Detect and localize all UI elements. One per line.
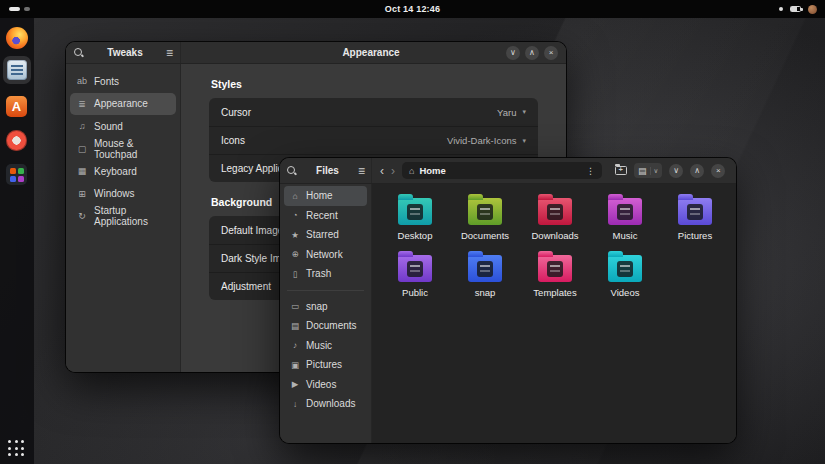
menu-icon[interactable]: ≡ bbox=[166, 47, 173, 59]
sidebar-item-label: Trash bbox=[306, 268, 331, 279]
folder-icon bbox=[468, 198, 502, 225]
sidebar-item-keyboard[interactable]: ▦ Keyboard bbox=[70, 160, 176, 183]
folder-item-snap[interactable]: snap bbox=[450, 249, 520, 298]
sound-icon: ♫ bbox=[76, 121, 88, 131]
sidebar-item-recent[interactable]: ◔ Recent bbox=[284, 206, 367, 226]
cursor-combo[interactable]: Yaru ▾ bbox=[497, 107, 526, 118]
appearance-icon: ≣ bbox=[76, 99, 88, 109]
new-folder-button[interactable] bbox=[615, 166, 627, 175]
sidebar-item-snap[interactable]: ▭ snap bbox=[284, 297, 367, 317]
folder-emblem bbox=[477, 261, 493, 277]
folder-label: Documents bbox=[461, 230, 509, 241]
folder-item-music[interactable]: Music bbox=[590, 192, 660, 241]
videos-icon: ▶ bbox=[290, 379, 300, 389]
system-status-area[interactable] bbox=[779, 0, 817, 18]
icons-row[interactable]: Icons Vivid-Dark-Icons ▾ bbox=[209, 126, 538, 154]
sidebar-item-home[interactable]: ⌂ Home bbox=[284, 186, 367, 206]
sidebar-item-sound[interactable]: ♫ Sound bbox=[70, 115, 176, 138]
folder-label: Pictures bbox=[678, 230, 712, 241]
sidebar-item-fonts[interactable]: ab Fonts bbox=[70, 70, 176, 93]
folder-item-templates[interactable]: Templates bbox=[520, 249, 590, 298]
folder-item-public[interactable]: Public bbox=[380, 249, 450, 298]
folder-item-desktop[interactable]: Desktop bbox=[380, 192, 450, 241]
tweaks-sidebar: ab Fonts ≣ Appearance ♫ Sound ▢ Mouse & … bbox=[66, 64, 181, 372]
music-icon: ♪ bbox=[290, 340, 300, 350]
folder-item-documents[interactable]: Documents bbox=[450, 192, 520, 241]
folder-label: Public bbox=[402, 287, 428, 298]
path-menu-icon[interactable]: ⋮ bbox=[586, 166, 595, 176]
minimize-button[interactable]: ∨ bbox=[669, 164, 683, 178]
trash-icon: ▯ bbox=[290, 269, 300, 279]
path-bar[interactable]: ⌂ Home ⋮ bbox=[402, 162, 602, 179]
software-mosaic-icon bbox=[6, 164, 27, 185]
sidebar-item-label: Starred bbox=[306, 229, 339, 240]
sidebar-item-downloads[interactable]: ↓ Downloads bbox=[284, 394, 367, 414]
sidebar-item-music[interactable]: ♪ Music bbox=[284, 336, 367, 356]
folder-icon bbox=[678, 198, 712, 225]
sidebar-item-label: Mouse & Touchpad bbox=[94, 138, 170, 160]
sidebar-item-label: Music bbox=[306, 340, 332, 351]
sidebar-item-label: Keyboard bbox=[94, 166, 137, 177]
sidebar-item-startup-applications[interactable]: ↻ Startup Applications bbox=[70, 205, 176, 228]
folder-item-videos[interactable]: Videos bbox=[590, 249, 660, 298]
folder-label: Downloads bbox=[532, 230, 579, 241]
back-button[interactable]: ‹ bbox=[380, 165, 384, 177]
maximize-button[interactable]: ∧ bbox=[690, 164, 704, 178]
dock-item-a-app[interactable]: A bbox=[6, 96, 28, 118]
sidebar-item-label: Windows bbox=[94, 188, 135, 199]
view-options-dropdown-icon[interactable]: ∨ bbox=[650, 167, 659, 175]
star-icon: ★ bbox=[290, 230, 300, 240]
cursor-row[interactable]: Cursor Yaru ▾ bbox=[209, 98, 538, 126]
close-button[interactable]: × bbox=[711, 164, 725, 178]
sidebar-item-label: Appearance bbox=[94, 98, 148, 109]
dock-item-help[interactable] bbox=[6, 130, 28, 152]
close-button[interactable]: × bbox=[544, 46, 558, 60]
dock-item-firefox[interactable] bbox=[6, 27, 28, 49]
clock[interactable]: Oct 14 12:46 bbox=[385, 0, 440, 18]
sidebar-item-pictures[interactable]: ▣ Pictures bbox=[284, 355, 367, 375]
folder-icon bbox=[538, 255, 572, 282]
folder-item-downloads[interactable]: Downloads bbox=[520, 192, 590, 241]
tweaks-main-header: Appearance ∨ ∧ × bbox=[181, 42, 566, 63]
files-title: Files bbox=[301, 165, 354, 176]
sidebar-item-trash[interactable]: ▯ Trash bbox=[284, 264, 367, 284]
icons-combo[interactable]: Vivid-Dark-Icons ▾ bbox=[447, 135, 526, 146]
sidebar-item-appearance[interactable]: ≣ Appearance bbox=[70, 93, 176, 116]
search-icon[interactable] bbox=[73, 47, 84, 58]
mouse-icon: ▢ bbox=[76, 144, 88, 154]
minimize-button[interactable]: ∨ bbox=[506, 46, 520, 60]
folder-item-pictures[interactable]: Pictures bbox=[660, 192, 730, 241]
menu-icon[interactable]: ≡ bbox=[358, 165, 365, 177]
maximize-button[interactable]: ∧ bbox=[525, 46, 539, 60]
sidebar-item-label: snap bbox=[306, 301, 328, 312]
a-app-icon: A bbox=[6, 96, 27, 117]
dock-item-software[interactable] bbox=[6, 164, 28, 186]
text-editor-icon bbox=[7, 60, 27, 80]
show-apps-button[interactable] bbox=[8, 440, 24, 456]
tweaks-headerbar: Tweaks ≡ Appearance ∨ ∧ × bbox=[66, 42, 566, 64]
folder-emblem bbox=[617, 261, 633, 277]
view-toggle-button[interactable]: ▤ ∨ bbox=[634, 163, 662, 178]
sidebar-item-starred[interactable]: ★ Starred bbox=[284, 225, 367, 245]
battery-icon bbox=[790, 6, 801, 12]
files-sidebar: ⌂ Home ◔ Recent ★ Starred ⊕ Network ▯ Tr… bbox=[280, 184, 372, 443]
sidebar-item-videos[interactable]: ▶ Videos bbox=[284, 375, 367, 395]
folder-icon bbox=[538, 198, 572, 225]
row-label: Cursor bbox=[221, 107, 251, 118]
folder-icon bbox=[398, 255, 432, 282]
firefox-icon bbox=[6, 27, 28, 49]
search-icon[interactable] bbox=[286, 165, 297, 176]
sidebar-item-windows[interactable]: ⊞ Windows bbox=[70, 183, 176, 206]
sidebar-item-documents[interactable]: ▤ Documents bbox=[284, 316, 367, 336]
chevron-down-icon: ▾ bbox=[522, 108, 526, 116]
sidebar-item-network[interactable]: ⊕ Network bbox=[284, 245, 367, 265]
folder-emblem bbox=[547, 261, 563, 277]
dock-item-text-editor[interactable] bbox=[6, 59, 28, 81]
row-label: Default Image bbox=[221, 225, 283, 236]
sidebar-item-mouse-touchpad[interactable]: ▢ Mouse & Touchpad bbox=[70, 138, 176, 161]
sidebar-item-label: Fonts bbox=[94, 76, 119, 87]
current-location: Home bbox=[419, 165, 445, 176]
windows-icon: ⊞ bbox=[76, 189, 88, 199]
forward-button[interactable]: › bbox=[391, 165, 395, 177]
workspace-indicator[interactable] bbox=[9, 7, 30, 11]
